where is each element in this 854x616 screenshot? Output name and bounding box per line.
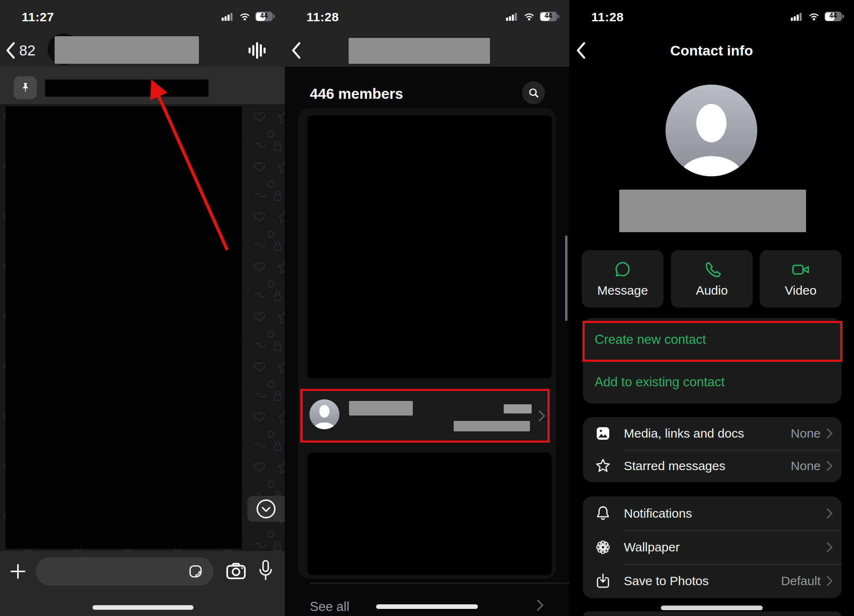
battery-percent: 44 xyxy=(540,12,557,20)
chevron-right-icon xyxy=(826,508,833,519)
member-detail-redaction xyxy=(454,421,530,431)
member-role-redaction xyxy=(504,404,532,413)
quick-action-label: Audio xyxy=(696,283,728,298)
status-icons: 44 xyxy=(505,12,560,21)
row-label: Notifications xyxy=(624,506,692,521)
plus-icon[interactable] xyxy=(10,563,26,580)
back-icon[interactable] xyxy=(5,42,17,59)
group-title-redaction xyxy=(349,38,490,64)
media-links-docs-row[interactable]: Media, links and docs None xyxy=(583,417,841,450)
media-starred-card: Media, links and docs None Starred messa… xyxy=(583,417,841,482)
row-label: Save to Photos xyxy=(624,574,708,588)
chevron-right-icon xyxy=(538,410,546,422)
microphone-icon[interactable] xyxy=(256,558,275,584)
star-icon xyxy=(594,457,612,475)
photo-icon xyxy=(595,425,611,442)
audio-button[interactable]: Audio xyxy=(671,250,753,308)
see-all-row[interactable]: See all xyxy=(285,583,569,616)
wifi-icon xyxy=(238,12,251,21)
row-value: None xyxy=(791,426,821,441)
row-label: Wallpaper xyxy=(624,540,680,554)
signal-icon xyxy=(789,12,804,21)
scroll-to-bottom-button[interactable] xyxy=(247,496,285,522)
status-time: 11:27 xyxy=(22,10,54,24)
starred-messages-row[interactable]: Starred messages None xyxy=(583,450,841,482)
battery-icon: 44 xyxy=(255,12,275,21)
add-to-existing-contact-label: Add to existing contact xyxy=(595,375,725,390)
chevron-right-icon xyxy=(826,542,833,553)
home-indicator xyxy=(376,604,478,609)
search-button[interactable] xyxy=(522,81,545,104)
quick-action-label: Video xyxy=(785,283,816,298)
page-title: Contact info xyxy=(569,43,854,59)
chevron-right-icon xyxy=(826,428,833,439)
battery-percent: 44 xyxy=(824,12,842,20)
member-row[interactable] xyxy=(300,389,550,443)
video-camera-icon xyxy=(790,260,811,279)
contact-links-card: Create new contact Add to existing conta… xyxy=(583,318,841,403)
members-count: 446 members xyxy=(310,85,403,102)
camera-icon[interactable] xyxy=(224,560,248,583)
chat-title-redaction xyxy=(55,36,199,64)
member-name-redaction xyxy=(349,401,413,416)
member-avatar xyxy=(309,399,339,429)
battery-icon: 44 xyxy=(824,12,844,21)
contact-avatar[interactable] xyxy=(666,85,757,176)
wifi-icon xyxy=(522,12,536,21)
signal-icon xyxy=(505,12,519,21)
save-to-photos-row[interactable]: Save to Photos Default xyxy=(583,564,841,598)
create-new-contact-label: Create new contact xyxy=(595,332,706,347)
row-label: Media, links and docs xyxy=(624,426,744,441)
quick-action-label: Message xyxy=(597,283,648,298)
chevron-down-circle-icon xyxy=(255,498,277,520)
search-icon xyxy=(527,87,540,99)
wifi-icon xyxy=(807,12,821,21)
message-button[interactable]: Message xyxy=(582,250,663,308)
screenshot-root: 11:27 44 82 xyxy=(0,0,854,616)
chevron-right-icon xyxy=(826,576,833,586)
pin-tile xyxy=(14,76,37,99)
home-indicator xyxy=(661,606,763,610)
message-bubble-icon xyxy=(613,260,632,279)
panel-contact-info: 11:28 44 Contact info xyxy=(569,0,854,616)
chevron-right-icon xyxy=(826,461,833,471)
sticker-icon[interactable] xyxy=(187,563,204,580)
home-indicator xyxy=(93,605,193,610)
video-button[interactable]: Video xyxy=(760,250,841,308)
create-new-contact-row[interactable]: Create new contact xyxy=(583,318,841,361)
pinned-message-redaction xyxy=(45,80,208,97)
chat-content-redaction xyxy=(5,106,242,549)
back-icon[interactable] xyxy=(291,42,302,59)
signal-icon xyxy=(220,12,234,21)
flower-icon xyxy=(594,538,612,556)
panel-chat: 11:27 44 82 xyxy=(0,0,285,616)
next-card-sliver xyxy=(583,611,841,616)
unread-count-badge[interactable]: 82 xyxy=(19,42,35,59)
bell-icon xyxy=(594,505,612,522)
row-value: None xyxy=(791,459,821,473)
phone-icon xyxy=(702,260,721,279)
settings-card: Notifications Wallpaper xyxy=(583,496,841,598)
battery-percent: 44 xyxy=(255,12,273,20)
status-icons: 44 xyxy=(220,12,275,21)
save-to-photos-icon xyxy=(594,572,612,590)
add-to-existing-contact-row[interactable]: Add to existing contact xyxy=(583,361,841,403)
pushpin-icon xyxy=(19,82,32,94)
status-time: 11:28 xyxy=(306,10,339,24)
status-time: 11:28 xyxy=(591,10,624,24)
see-all-label: See all xyxy=(310,599,349,614)
row-value: Default xyxy=(781,574,821,588)
status-icons: 44 xyxy=(789,12,844,21)
contact-name-redaction xyxy=(619,190,806,232)
scrollbar[interactable] xyxy=(565,235,568,321)
notifications-row[interactable]: Notifications xyxy=(583,496,841,530)
chevron-right-icon xyxy=(537,599,544,611)
wallpaper-row[interactable]: Wallpaper xyxy=(583,530,841,564)
panel-members: 11:28 44 446 members xyxy=(285,0,569,616)
battery-icon: 44 xyxy=(540,12,560,21)
member-list-redaction-top xyxy=(307,115,552,378)
member-list-redaction-bottom xyxy=(307,453,552,575)
voice-waveform-icon[interactable] xyxy=(247,41,266,60)
row-label: Starred messages xyxy=(624,459,725,473)
